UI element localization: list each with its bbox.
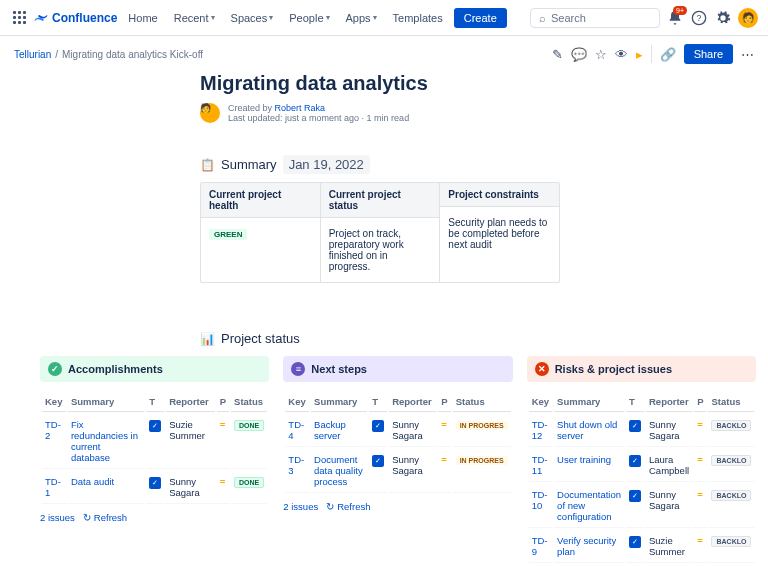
author-avatar[interactable]: 🧑 — [200, 103, 220, 123]
summary-date[interactable]: Jan 19, 2022 — [283, 155, 370, 174]
more-actions-icon[interactable]: ⋯ — [741, 47, 754, 62]
issue-key[interactable]: TD-3 — [288, 454, 304, 476]
issue-reporter: Sunny Sagara — [646, 414, 692, 447]
issue-reporter: Laura Campbell — [646, 449, 692, 482]
help-icon[interactable]: ? — [690, 9, 708, 27]
nav-templates[interactable]: Templates — [388, 9, 448, 27]
nav-spaces[interactable]: Spaces▾ — [226, 9, 279, 27]
refresh-link[interactable]: ↻Refresh — [83, 512, 127, 523]
summary-col-header: Current project status — [321, 183, 440, 218]
status-badge: BACKLO — [711, 455, 751, 466]
issues-count[interactable]: 2 issues — [40, 512, 75, 523]
product-name: Confluence — [52, 11, 117, 25]
issue-key[interactable]: TD-9 — [532, 535, 548, 557]
error-icon: ✕ — [535, 362, 549, 376]
issue-summary[interactable]: User training — [557, 454, 611, 465]
top-nav: Confluence Home Recent▾ Spaces▾ People▾ … — [0, 0, 768, 36]
status-columns: ✓ Accomplishments KeySummaryTReporterPSt… — [0, 356, 768, 566]
edit-icon[interactable]: ✎ — [552, 47, 563, 62]
list-icon: ≡ — [291, 362, 305, 376]
presentation-icon[interactable]: ▸ — [636, 47, 643, 62]
issues-count[interactable]: 2 issues — [283, 501, 318, 512]
table-row: TD-3Document data quality process✓Sunny … — [285, 449, 510, 493]
issue-key[interactable]: TD-12 — [532, 419, 548, 441]
summary-table: Current project health GREEN Current pro… — [200, 182, 560, 283]
status-badge: IN PROGRES — [456, 456, 508, 465]
table-row: TD-10Documentation of new configuration✓… — [529, 484, 755, 528]
app-switcher-icon[interactable] — [10, 9, 28, 27]
accomplishments-table: KeySummaryTReporterPStatus TD-2Fix redun… — [40, 390, 269, 506]
settings-icon[interactable] — [714, 9, 732, 27]
refresh-icon: ↻ — [83, 512, 91, 523]
table-row: TD-1Data audit✓Sunny Sagara=DONE — [42, 471, 267, 504]
task-type-icon: ✓ — [629, 490, 641, 502]
table-row: TD-12Shut down old server✓Sunny Sagara=B… — [529, 414, 755, 447]
risks-table: KeySummaryTReporterPStatus TD-12Shut dow… — [527, 390, 757, 566]
summary-col-header: Current project health — [201, 183, 320, 218]
summary-col-header: Project constraints — [440, 183, 559, 207]
link-icon[interactable]: 🔗 — [660, 47, 676, 62]
issue-key[interactable]: TD-11 — [532, 454, 548, 476]
status-badge: BACKLO — [711, 536, 751, 547]
nav-recent[interactable]: Recent▾ — [169, 9, 220, 27]
status-badge: DONE — [234, 420, 264, 431]
breadcrumb-page[interactable]: Migrating data analytics Kick-off — [62, 49, 203, 60]
status-badge: BACKLO — [711, 490, 751, 501]
chevron-down-icon: ▾ — [211, 13, 215, 22]
priority-icon: = — [441, 454, 447, 465]
create-button[interactable]: Create — [454, 8, 507, 28]
issue-summary[interactable]: Shut down old server — [557, 419, 617, 441]
issue-key[interactable]: TD-10 — [532, 489, 548, 511]
issue-summary[interactable]: Backup server — [314, 419, 346, 441]
priority-icon: = — [697, 454, 703, 465]
task-type-icon: ✓ — [629, 420, 641, 432]
table-row: TD-2Fix redundancies in current database… — [42, 414, 267, 469]
chevron-down-icon: ▾ — [269, 13, 273, 22]
health-badge: GREEN — [209, 229, 247, 240]
project-status-heading: 📊 Project status — [200, 331, 768, 346]
page-meta: 🧑 Created by Robert Raka Last updated: j… — [200, 103, 560, 123]
share-button[interactable]: Share — [684, 44, 733, 64]
refresh-icon: ↻ — [326, 501, 334, 512]
task-type-icon: ✓ — [149, 420, 161, 432]
priority-icon: = — [441, 419, 447, 430]
breadcrumb-space[interactable]: Tellurian — [14, 49, 51, 60]
issue-reporter: Sunny Sagara — [166, 471, 215, 504]
issue-summary[interactable]: Data audit — [71, 476, 114, 487]
svg-text:?: ? — [697, 13, 702, 23]
breadcrumb: Tellurian / Migrating data analytics Kic… — [14, 49, 203, 60]
priority-icon: = — [220, 476, 226, 487]
confluence-logo[interactable]: Confluence — [34, 11, 117, 25]
priority-icon: = — [697, 535, 703, 546]
issue-summary[interactable]: Verify security plan — [557, 535, 616, 557]
author-name[interactable]: Robert Raka — [275, 103, 326, 113]
clipboard-icon: 📋 — [200, 158, 215, 172]
issue-key[interactable]: TD-1 — [45, 476, 61, 498]
issue-key[interactable]: TD-2 — [45, 419, 61, 441]
issue-summary[interactable]: Document data quality process — [314, 454, 363, 487]
search-input[interactable]: ⌕ Search — [530, 8, 660, 28]
chevron-down-icon: ▾ — [326, 13, 330, 22]
star-icon[interactable]: ☆ — [595, 47, 607, 62]
summary-heading: Summary — [221, 157, 277, 172]
task-type-icon: ✓ — [372, 455, 384, 467]
notifications-icon[interactable]: 9+ — [666, 9, 684, 27]
nav-apps[interactable]: Apps▾ — [341, 9, 382, 27]
nav-home[interactable]: Home — [123, 9, 162, 27]
status-badge: BACKLO — [711, 420, 751, 431]
risks-column: ✕ Risks & project issues KeySummaryTRepo… — [527, 356, 756, 566]
issue-summary[interactable]: Documentation of new configuration — [557, 489, 621, 522]
watch-icon[interactable]: 👁 — [615, 47, 628, 62]
issue-summary[interactable]: Fix redundancies in current database — [71, 419, 138, 463]
header-actions: ✎ 💬 ☆ 👁 ▸ 🔗 Share ⋯ — [552, 44, 754, 64]
nav-people[interactable]: People▾ — [284, 9, 334, 27]
table-row: TD-4Backup server✓Sunny Sagara=IN PROGRE… — [285, 414, 510, 447]
user-avatar[interactable]: 🧑 — [738, 8, 758, 28]
comment-icon[interactable]: 💬 — [571, 47, 587, 62]
page-content: Migrating data analytics 🧑 Created by Ro… — [0, 72, 560, 303]
issue-key[interactable]: TD-4 — [288, 419, 304, 441]
priority-icon: = — [220, 419, 226, 430]
issue-reporter: Sunny Sagara — [389, 449, 436, 493]
refresh-link[interactable]: ↻Refresh — [326, 501, 370, 512]
priority-icon: = — [697, 489, 703, 500]
